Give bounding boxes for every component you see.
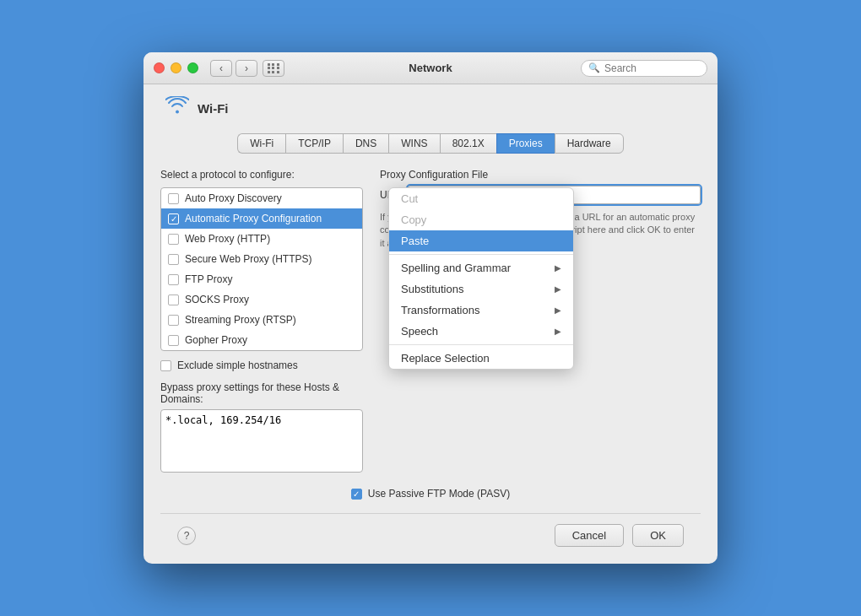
footer-buttons: Cancel OK [555, 524, 684, 547]
tab-wins[interactable]: WINS [388, 133, 439, 154]
ctx-spelling[interactable]: Spelling and Grammar ▶ [389, 257, 573, 278]
protocol-list: Auto Proxy Discovery ✓ Automatic Proxy C… [160, 187, 363, 351]
window-body: Wi-Fi Wi-Fi TCP/IP DNS WINS 802.1X Proxi… [144, 84, 718, 564]
tabs-row: Wi-Fi TCP/IP DNS WINS 802.1X Proxies Har… [160, 133, 701, 154]
exclude-row: Exclude simple hostnames [160, 359, 363, 371]
protocol-item-gopher[interactable]: Gopher Proxy [161, 330, 362, 350]
network-window: ‹ › Network 🔍 [144, 52, 718, 564]
nav-buttons: ‹ › [210, 60, 257, 77]
checkbox-auto-discovery[interactable] [168, 193, 179, 204]
left-panel: Select a protocol to configure: Auto Pro… [160, 169, 363, 476]
bypass-textarea[interactable]: *.local, 169.254/16 [160, 409, 363, 473]
checkbox-ftp[interactable] [168, 274, 179, 285]
exclude-label: Exclude simple hostnames [177, 359, 298, 371]
protocol-label-auto-discovery: Auto Proxy Discovery [185, 192, 282, 204]
tab-wifi[interactable]: Wi-Fi [237, 133, 285, 154]
protocol-item-auto-config[interactable]: ✓ Automatic Proxy Configuration [161, 208, 362, 229]
protocol-label-streaming: Streaming Proxy (RTSP) [185, 314, 296, 326]
ctx-replace-label: Replace Selection [401, 352, 490, 365]
close-button[interactable] [154, 62, 165, 73]
traffic-lights [154, 62, 198, 73]
maximize-button[interactable] [187, 62, 198, 73]
ctx-substitutions[interactable]: Substitutions ▶ [389, 278, 573, 300]
grid-button[interactable] [263, 60, 284, 77]
wifi-label: Wi-Fi [198, 101, 229, 116]
minimize-button[interactable] [171, 62, 181, 73]
protocol-item-web-proxy[interactable]: Web Proxy (HTTP) [161, 229, 362, 249]
checkbox-secure-web[interactable] [168, 254, 179, 265]
pasv-label: Use Passive FTP Mode (PASV) [368, 488, 510, 500]
ctx-substitutions-label: Substitutions [401, 283, 463, 295]
tab-hardware[interactable]: Hardware [555, 133, 624, 154]
ok-button[interactable]: OK [632, 524, 684, 547]
footer: ? Cancel OK [160, 513, 701, 547]
ctx-speech-arrow: ▶ [555, 327, 561, 336]
bypass-label: Bypass proxy settings for these Hosts & … [160, 381, 363, 405]
help-button[interactable]: ? [177, 527, 196, 545]
bottom-section: ✓ Use Passive FTP Mode (PASV) [160, 488, 701, 500]
protocol-label-gopher: Gopher Proxy [185, 334, 247, 346]
help-icon: ? [184, 530, 190, 542]
ctx-cut-label: Cut [401, 192, 418, 205]
back-button[interactable]: ‹ [210, 60, 232, 77]
ctx-substitutions-arrow: ▶ [555, 284, 561, 294]
checkbox-pasv[interactable]: ✓ [351, 489, 362, 500]
protocol-item-secure-web[interactable]: Secure Web Proxy (HTTPS) [161, 249, 362, 269]
ctx-transformations-arrow: ▶ [555, 305, 561, 315]
ctx-spelling-label: Spelling and Grammar [401, 262, 511, 274]
checkbox-streaming[interactable] [168, 315, 179, 326]
search-icon: 🔍 [588, 62, 600, 73]
ctx-speech-label: Speech [401, 325, 438, 338]
protocol-item-ftp[interactable]: FTP Proxy [161, 269, 362, 289]
checkbox-socks[interactable] [168, 294, 179, 305]
pasv-row: ✓ Use Passive FTP Mode (PASV) [351, 488, 510, 500]
ctx-speech[interactable]: Speech ▶ [389, 321, 573, 342]
ctx-replace[interactable]: Replace Selection [389, 348, 573, 369]
protocol-item-socks[interactable]: SOCKS Proxy [161, 289, 362, 310]
ctx-paste-label: Paste [401, 235, 429, 247]
protocol-label-secure-web: Secure Web Proxy (HTTPS) [185, 253, 311, 265]
forward-button[interactable]: › [236, 60, 257, 77]
tab-proxies[interactable]: Proxies [496, 133, 555, 154]
cancel-button[interactable]: Cancel [555, 524, 624, 547]
ctx-divider-1 [389, 254, 573, 255]
ctx-cut[interactable]: Cut [389, 188, 573, 209]
ctx-divider-2 [389, 344, 573, 345]
ctx-copy[interactable]: Copy [389, 209, 573, 230]
checkbox-web-proxy[interactable] [168, 234, 179, 245]
checkbox-auto-config[interactable]: ✓ [168, 213, 179, 224]
tab-tcpip[interactable]: TCP/IP [285, 133, 343, 154]
protocol-label-ftp: FTP Proxy [185, 273, 232, 285]
grid-icon [268, 63, 280, 73]
search-input[interactable] [604, 62, 700, 74]
checkbox-gopher[interactable] [168, 335, 179, 346]
ctx-paste[interactable]: Paste [389, 230, 573, 251]
protocol-label-web-proxy: Web Proxy (HTTP) [185, 233, 270, 245]
content-area: Select a protocol to configure: Auto Pro… [160, 169, 701, 476]
right-panel: Proxy Configuration File URL: If your ne… [380, 169, 701, 476]
wifi-header: Wi-Fi [160, 96, 701, 120]
ctx-transformations-label: Transformations [401, 304, 479, 316]
wifi-icon [165, 96, 189, 120]
proxy-config-label: Proxy Configuration File [380, 169, 701, 181]
window-title: Network [409, 62, 452, 74]
titlebar: ‹ › Network 🔍 [144, 52, 718, 84]
context-menu: Cut Copy Paste Spelling and Grammar ▶ Su… [388, 187, 574, 370]
ctx-transformations[interactable]: Transformations ▶ [389, 300, 573, 321]
protocol-item-streaming[interactable]: Streaming Proxy (RTSP) [161, 310, 362, 330]
ctx-copy-label: Copy [401, 213, 426, 226]
protocol-label-socks: SOCKS Proxy [185, 294, 249, 305]
tab-8021x[interactable]: 802.1X [440, 133, 496, 154]
protocol-label: Select a protocol to configure: [160, 169, 363, 181]
checkbox-exclude[interactable] [160, 360, 171, 371]
protocol-item-auto-discovery[interactable]: Auto Proxy Discovery [161, 188, 362, 208]
search-box[interactable]: 🔍 [581, 60, 707, 77]
protocol-label-auto-config: Automatic Proxy Configuration [185, 213, 322, 224]
tab-dns[interactable]: DNS [343, 133, 388, 154]
ctx-spelling-arrow: ▶ [555, 263, 561, 273]
